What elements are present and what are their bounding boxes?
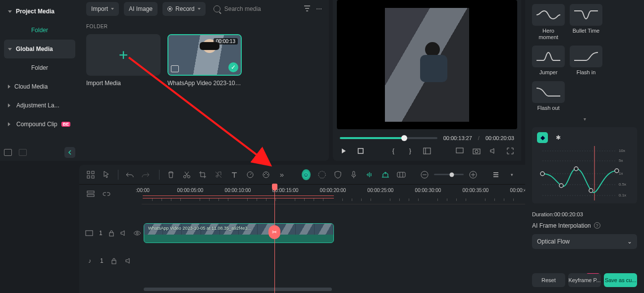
video-track-icon[interactable] [85, 229, 93, 238]
preset-jumper[interactable]: Jumper [532, 46, 565, 76]
split-icon[interactable] [182, 170, 191, 179]
ruler-tick: 00:00:25:00 [368, 188, 394, 193]
visibility-icon[interactable] [133, 229, 141, 238]
lock-icon[interactable] [109, 256, 118, 265]
import-media-tile[interactable]: + Import Media [86, 34, 161, 87]
preset-bullet-time[interactable]: Bullet Time [570, 4, 602, 41]
svg-point-49 [559, 184, 563, 188]
timeline-scrollbar[interactable] [144, 288, 332, 291]
curve-freeze-toggle[interactable]: ✱ [553, 132, 564, 143]
svg-rect-0 [358, 148, 363, 153]
split-handle[interactable]: ✂ [268, 225, 280, 239]
ruler-tick: 00:00:05:00 [177, 188, 204, 193]
grid-icon[interactable] [86, 170, 95, 179]
more-tools-icon[interactable]: » [277, 170, 286, 179]
voice-icon[interactable] [349, 170, 358, 179]
media-panel: Import AI Image Record Search media [79, 0, 329, 161]
svg-point-51 [589, 189, 593, 193]
delete-icon[interactable] [166, 170, 175, 179]
more-icon[interactable]: ⋯ [316, 5, 322, 12]
audio-track[interactable]: ♪ 1 [142, 247, 525, 275]
crop-icon[interactable] [198, 170, 207, 179]
interpolation-select[interactable]: Optical Flow ⌄ [532, 234, 637, 249]
preset-flash-out[interactable]: Flash out [532, 81, 565, 111]
svg-point-16 [264, 174, 265, 175]
stop-icon[interactable] [357, 147, 365, 155]
audio-sync-icon[interactable] [365, 170, 374, 179]
video-track[interactable]: 1 Speed Ramping WhatsApp Video 2023-1 [142, 219, 525, 247]
media-clip-tile[interactable]: 00:00:13 ✓ WhatsApp Video 2023-10-05... [167, 34, 242, 87]
playhead[interactable]: ✂ [274, 185, 275, 293]
undo-icon[interactable] [125, 170, 134, 179]
loading-icon[interactable] [318, 170, 326, 179]
import-button[interactable]: Import [86, 2, 119, 16]
sidebar-item-adjustment-layers[interactable]: Adjustment La... [4, 96, 75, 115]
mute-icon[interactable] [120, 229, 127, 238]
beta-badge: BE [61, 122, 71, 127]
mute-icon[interactable] [124, 256, 133, 265]
speed-curve-graph[interactable]: 10x 5x 1x 0.5x 0.1x [537, 146, 632, 200]
timeline-layers-icon[interactable] [86, 190, 95, 198]
render-icon[interactable] [397, 170, 406, 179]
redo-icon[interactable] [141, 170, 150, 179]
link-icon[interactable] [102, 190, 111, 198]
safe-zone-icon[interactable] [423, 147, 431, 155]
speed-icon[interactable] [246, 170, 255, 179]
snapshot-icon[interactable] [473, 147, 481, 155]
clip-type-icon [171, 65, 179, 72]
fullscreen-icon[interactable] [506, 147, 514, 155]
zoom-in-icon[interactable] [469, 170, 478, 179]
volume-icon[interactable] [489, 147, 497, 155]
sidebar-item-folder-active[interactable]: Folder [4, 21, 75, 40]
marker-icon[interactable] [381, 170, 390, 179]
zoom-slider[interactable] [434, 174, 464, 175]
svg-text:0.1x: 0.1x [619, 193, 626, 197]
progress-knob[interactable] [401, 135, 407, 141]
help-icon[interactable]: ? [594, 222, 600, 229]
pointer-icon[interactable] [102, 170, 111, 179]
new-folder-icon[interactable] [4, 149, 12, 156]
sidebar-item-folder[interactable]: Folder [4, 58, 75, 77]
ai-frame-interpolation-label: AI Frame Interpolation ? [532, 222, 637, 229]
ai-assist-icon[interactable]: ☺ [302, 170, 311, 179]
ruler-tick: :00:00 [136, 188, 150, 193]
mark-out-icon[interactable]: } [406, 147, 414, 155]
zoom-out-icon[interactable] [420, 170, 429, 179]
svg-point-52 [615, 169, 619, 173]
sidebar-item-global-media[interactable]: Global Media [4, 40, 75, 58]
shield-icon[interactable] [333, 170, 342, 179]
clip-filename: WhatsApp Video 2023-10-05 at 11.08.35_a9… [148, 226, 251, 231]
tile-label: Import Media [86, 80, 161, 87]
reset-button[interactable]: Reset [532, 273, 565, 287]
svg-point-18 [319, 171, 325, 178]
save-as-custom-button[interactable]: Save as cu... [604, 273, 637, 287]
lock-icon[interactable] [108, 229, 114, 238]
text-icon[interactable] [230, 170, 239, 179]
music-off-icon[interactable] [214, 170, 223, 179]
search-input[interactable]: Search media [211, 5, 298, 12]
preset-flash-in[interactable]: Flash in [570, 46, 602, 76]
display-icon[interactable] [456, 147, 464, 155]
filter-icon[interactable] [303, 4, 311, 14]
collapse-sidebar-button[interactable] [64, 147, 75, 158]
keyframe-path-button[interactable]: BETA Keyframe P... [568, 273, 601, 287]
mark-in-icon[interactable]: { [389, 147, 397, 155]
sidebar-item-compound-clip[interactable]: Compound Clip BE [4, 115, 75, 134]
ai-image-button[interactable]: AI Image [124, 2, 158, 16]
sidebar-item-cloud-media[interactable]: Cloud Media [4, 77, 75, 96]
record-button[interactable]: Record [162, 2, 206, 16]
play-icon[interactable] [340, 147, 348, 155]
expand-presets-caret[interactable]: ▾ [532, 116, 637, 122]
timeline-clip[interactable]: Speed Ramping WhatsApp Video 2023-10-05 … [144, 223, 334, 243]
sidebar-item-project-media[interactable]: Project Media [4, 2, 75, 21]
timeline-view-icon[interactable] [491, 170, 500, 179]
preview-stage[interactable] [337, 0, 517, 129]
progress-track[interactable] [340, 137, 437, 139]
preset-hero-moment[interactable]: Hero moment [532, 4, 565, 41]
color-icon[interactable] [262, 170, 270, 179]
timeline-ruler[interactable]: :00:0000:00:05:0000:00:10:0000:00:15:000… [142, 185, 525, 204]
curve-enable-toggle[interactable]: ◆ [537, 132, 548, 143]
svg-point-48 [540, 172, 544, 176]
timeline-view-caret[interactable]: ▾ [507, 170, 516, 179]
audio-track-icon[interactable]: ♪ [85, 256, 94, 265]
